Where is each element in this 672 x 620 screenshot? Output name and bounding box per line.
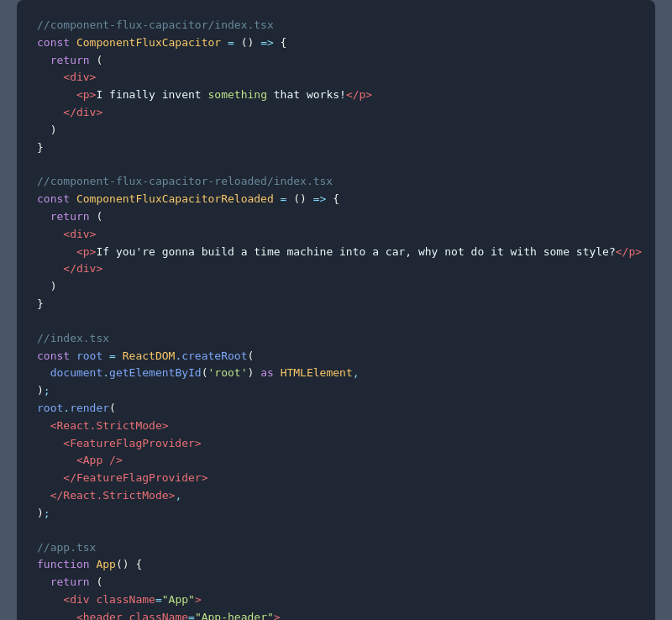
tag-p-open-2: <p>	[76, 245, 96, 258]
method-document: document	[50, 366, 103, 379]
paren-8: (	[202, 366, 208, 379]
comment-2: //component-flux-capacitor-reloaded/inde…	[37, 175, 333, 187]
paren-7: (	[248, 349, 255, 362]
string-root: 'root'	[208, 366, 248, 379]
code-section-3: //index.tsx const root = ReactDOM.create…	[37, 330, 635, 523]
comma-1: ,	[353, 366, 360, 379]
text-2: If you're gonna build a time machine int…	[96, 245, 615, 258]
paren-2: )	[247, 36, 254, 49]
code-section-2: //component-flux-capacitor-reloaded/inde…	[37, 173, 635, 313]
method-render: render	[70, 402, 109, 414]
fn-app: App	[96, 558, 115, 570]
tag-div-open-4: <div	[63, 593, 89, 606]
code-section-1: //component-flux-capacitor/index.tsx con…	[37, 17, 635, 156]
code-editor-window: //component-flux-capacitor/index.tsx con…	[17, 0, 655, 620]
attr-classname-1: className	[96, 593, 155, 606]
paren-close-3: )	[37, 384, 44, 397]
dot-3: .	[63, 402, 70, 414]
paren-close-1: )	[50, 123, 57, 136]
paren-4: (	[293, 192, 300, 205]
reactdom: ReactDOM	[123, 349, 176, 362]
component-name-2: ComponentFluxCapacitorReloaded	[76, 192, 274, 205]
op-eq-4: =	[155, 593, 162, 606]
kw-return-4: return	[50, 575, 90, 588]
kw-return-2: return	[50, 210, 90, 223]
tag-div-close-1: </div>	[63, 106, 102, 118]
semi-1: ;	[44, 384, 50, 397]
paren-9: )	[247, 366, 254, 379]
semi-2: ;	[44, 507, 50, 519]
string-app: "App"	[162, 593, 195, 606]
tag-featureflagprovider-close: </FeatureFlagProvider>	[63, 471, 207, 484]
tag-p-open-1: <p>	[76, 88, 96, 101]
tag-header-open: <header	[76, 611, 123, 620]
text-1: I finally invent	[96, 88, 207, 101]
var-root: root	[76, 349, 102, 362]
paren-close-2: )	[50, 280, 57, 292]
kw-const-3: const	[37, 349, 70, 362]
tag-div-close-2: </div>	[63, 262, 102, 275]
var-root-2: root	[37, 402, 63, 414]
comment-3: //index.tsx	[37, 332, 109, 344]
comma-2: ,	[175, 489, 181, 502]
paren-11: ()	[116, 558, 129, 570]
code-pre-4: //app.tsx function App() { return ( <div…	[37, 539, 635, 620]
kw-as: as	[260, 366, 274, 379]
paren-6: (	[96, 210, 102, 223]
attr-classname-2: className	[129, 611, 188, 620]
tag-app-self: <App />	[76, 454, 123, 466]
brace-open-2: {	[333, 192, 339, 205]
kw-const-1: const	[37, 36, 70, 49]
tag-header-close-bracket: >	[274, 611, 281, 620]
comment-1: //component-flux-capacitor/index.tsx	[37, 18, 274, 31]
kw-function: function	[37, 558, 90, 570]
tag-strictmode-close: </React.StrictMode>	[50, 489, 176, 502]
method-getelementbyid: getElementById	[109, 366, 202, 379]
paren-12: (	[96, 575, 102, 588]
tag-strictmode-open: <React.StrictMode>	[50, 419, 169, 432]
code-pre-3: //index.tsx const root = ReactDOM.create…	[37, 330, 635, 523]
word-something: something	[208, 88, 267, 101]
code-pre-1: //component-flux-capacitor/index.tsx con…	[37, 17, 635, 156]
string-app-header: "App-header"	[195, 611, 274, 620]
type-htmlelement: HTMLElement	[281, 366, 353, 379]
brace-close-2: }	[37, 297, 44, 310]
kw-const-2: const	[37, 192, 70, 205]
op-eq-2: =	[281, 192, 287, 205]
tag-div-close-bracket-1: >	[195, 593, 202, 606]
op-eq-1: =	[228, 36, 234, 49]
tag-div-open-1: <div>	[63, 71, 96, 83]
brace-open-4: {	[135, 558, 142, 570]
code-pre-2: //component-flux-capacitor-reloaded/inde…	[37, 173, 635, 313]
code-section-4: //app.tsx function App() { return ( <div…	[37, 539, 635, 620]
tag-p-close-1: </p>	[346, 88, 372, 101]
arrow-2: =>	[313, 192, 327, 205]
paren-close-4: )	[37, 507, 44, 519]
text-1b: that works!	[267, 88, 346, 101]
dot-2: .	[102, 366, 109, 379]
paren-10: (	[109, 402, 116, 414]
comment-4: //app.tsx	[37, 541, 96, 554]
kw-return-1: return	[50, 54, 90, 66]
op-eq-5: =	[188, 611, 195, 620]
brace-open-1: {	[281, 36, 287, 49]
paren-3: (	[96, 54, 102, 66]
op-eq-3: =	[109, 349, 116, 362]
tag-div-open-2: <div>	[63, 228, 96, 240]
component-name-1: ComponentFluxCapacitor	[76, 36, 221, 49]
paren-5: )	[300, 192, 307, 205]
method-createroot: createRoot	[181, 349, 247, 362]
tag-featureflagprovider-open: <FeatureFlagProvider>	[63, 437, 201, 449]
brace-close-1: }	[37, 141, 44, 154]
arrow-1: =>	[260, 36, 274, 49]
tag-p-close-2: </p>	[616, 245, 642, 258]
